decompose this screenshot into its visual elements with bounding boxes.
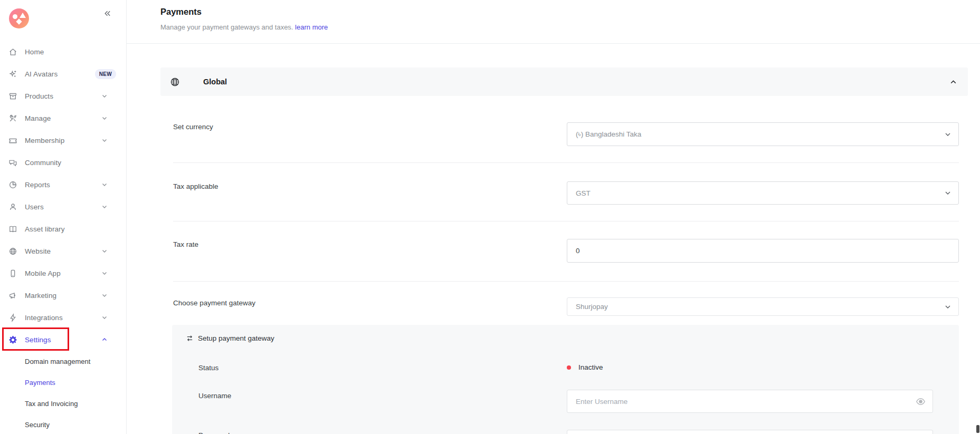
chevron-down-icon bbox=[100, 92, 109, 101]
choose-gateway-label: Choose payment gateway bbox=[173, 299, 255, 307]
sidebar-item-home[interactable]: Home bbox=[0, 41, 127, 63]
sidebar-item-users[interactable]: Users bbox=[0, 196, 127, 218]
home-icon bbox=[8, 47, 17, 56]
sidebar-item-marketing[interactable]: Marketing bbox=[0, 284, 127, 306]
tools-icon bbox=[8, 114, 17, 123]
chevron-down-icon bbox=[100, 313, 109, 322]
status-label: Status bbox=[198, 364, 218, 372]
chevron-down-icon bbox=[100, 269, 109, 278]
sidebar-item-products[interactable]: Products bbox=[0, 85, 127, 107]
chevron-down-icon bbox=[944, 131, 952, 138]
sidebar-item-label: Manage bbox=[25, 114, 100, 122]
scrollbar-thumb[interactable] bbox=[976, 425, 979, 433]
learn-more-link[interactable]: learn more bbox=[295, 23, 328, 31]
sidebar-item-community[interactable]: Community bbox=[0, 151, 127, 173]
chevron-down-icon bbox=[100, 291, 109, 300]
subnav-item-tax-and-invoicing[interactable]: Tax and Invoicing bbox=[0, 393, 127, 414]
sidebar-item-reports[interactable]: Reports bbox=[0, 173, 127, 196]
app-logo[interactable] bbox=[9, 8, 29, 28]
sidebar-item-label: Integrations bbox=[25, 314, 100, 322]
tax-applicable-select[interactable]: GST bbox=[567, 181, 959, 205]
globe-icon bbox=[8, 247, 17, 256]
person-icon bbox=[8, 202, 17, 211]
subnav-item-label: Tax and Invoicing bbox=[25, 400, 78, 408]
set-currency-value: (৳) Bangladeshi Taka bbox=[576, 130, 641, 139]
sidebar: Home AI Avatars NEW Products bbox=[0, 0, 127, 434]
row-divider bbox=[173, 281, 959, 282]
set-currency-select[interactable]: (৳) Bangladeshi Taka bbox=[567, 122, 959, 146]
password-label: Password bbox=[198, 431, 230, 434]
settings-subnav: Domain management Payments Tax and Invoi… bbox=[0, 351, 127, 434]
sidebar-item-label: Marketing bbox=[25, 292, 100, 300]
page-subtitle: Manage your payment gateways and taxes. … bbox=[160, 23, 328, 31]
lightning-icon bbox=[8, 313, 17, 322]
choose-gateway-select[interactable]: Shurjopay bbox=[567, 297, 959, 316]
chevron-down-icon bbox=[100, 180, 109, 189]
pie-chart-icon bbox=[8, 180, 17, 189]
sidebar-item-label: Asset library bbox=[25, 225, 116, 233]
sidebar-item-label: Mobile App bbox=[25, 269, 100, 277]
status-dot-icon bbox=[567, 365, 571, 370]
chevron-up-icon bbox=[100, 335, 109, 344]
chevron-down-icon bbox=[944, 189, 952, 197]
subnav-item-security[interactable]: Security bbox=[0, 414, 127, 434]
sidebar-item-label: AI Avatars bbox=[25, 70, 95, 78]
subnav-item-payments[interactable]: Payments bbox=[0, 372, 127, 393]
page-title: Payments bbox=[160, 7, 202, 17]
box-icon bbox=[8, 92, 17, 101]
username-input[interactable] bbox=[567, 390, 933, 413]
tax-rate-input[interactable] bbox=[567, 239, 959, 263]
tax-applicable-label: Tax applicable bbox=[173, 182, 218, 190]
sidebar-item-membership[interactable]: Membership bbox=[0, 129, 127, 151]
phone-icon bbox=[8, 269, 17, 278]
sidebar-item-mobile-app[interactable]: Mobile App bbox=[0, 262, 127, 284]
subnav-item-label: Payments bbox=[25, 379, 55, 387]
global-section-title: Global bbox=[203, 78, 227, 86]
book-icon bbox=[8, 225, 17, 234]
choose-gateway-value: Shurjopay bbox=[576, 303, 608, 311]
sidebar-item-label: Users bbox=[25, 203, 100, 211]
swap-arrows-icon bbox=[186, 334, 194, 342]
sidebar-nav: Home AI Avatars NEW Products bbox=[0, 41, 127, 351]
setup-gateway-header: Setup payment gateway bbox=[186, 334, 274, 342]
sidebar-item-ai-avatars[interactable]: AI Avatars NEW bbox=[0, 63, 127, 85]
password-field-wrap bbox=[567, 430, 933, 434]
sidebar-item-asset-library[interactable]: Asset library bbox=[0, 218, 127, 240]
megaphone-icon bbox=[8, 291, 17, 300]
subnav-item-domain-management[interactable]: Domain management bbox=[0, 351, 127, 372]
sidebar-item-label: Home bbox=[25, 48, 116, 56]
sidebar-item-label: Community bbox=[25, 159, 116, 167]
main-content: Payments Manage your payment gateways an… bbox=[127, 0, 980, 434]
subnav-item-label: Domain management bbox=[25, 358, 90, 365]
sidebar-item-label: Reports bbox=[25, 181, 100, 189]
chevron-down-icon bbox=[100, 136, 109, 145]
globe-icon bbox=[170, 77, 180, 87]
gear-icon bbox=[8, 335, 17, 344]
row-divider bbox=[173, 162, 959, 163]
set-currency-label: Set currency bbox=[173, 123, 213, 131]
status-value-wrap: Inactive bbox=[567, 363, 603, 371]
sidebar-collapse-icon[interactable] bbox=[103, 9, 111, 17]
chevron-down-icon bbox=[100, 114, 109, 123]
row-divider bbox=[173, 221, 959, 221]
sidebar-item-integrations[interactable]: Integrations bbox=[0, 306, 127, 329]
chevron-down-icon bbox=[100, 202, 109, 211]
global-section-header[interactable]: Global bbox=[160, 67, 968, 96]
eye-icon[interactable] bbox=[916, 397, 926, 407]
password-input[interactable] bbox=[567, 430, 933, 434]
sidebar-item-label: Membership bbox=[25, 137, 100, 144]
page-subtitle-text: Manage your payment gateways and taxes. bbox=[160, 23, 293, 31]
chevron-up-icon[interactable] bbox=[948, 77, 958, 87]
ticket-icon bbox=[8, 136, 17, 145]
sidebar-item-manage[interactable]: Manage bbox=[0, 107, 127, 129]
sidebar-item-website[interactable]: Website bbox=[0, 240, 127, 262]
sparkles-icon bbox=[8, 70, 17, 79]
chevron-down-icon bbox=[944, 303, 952, 311]
chat-icon bbox=[8, 158, 17, 167]
tax-rate-label: Tax rate bbox=[173, 240, 198, 248]
setup-gateway-title: Setup payment gateway bbox=[198, 334, 274, 342]
sidebar-item-settings[interactable]: Settings bbox=[0, 329, 127, 351]
status-badge: Inactive bbox=[578, 363, 603, 371]
setup-gateway-panel: Setup payment gateway Status Inactive Us… bbox=[172, 325, 959, 434]
new-badge: NEW bbox=[95, 69, 116, 79]
